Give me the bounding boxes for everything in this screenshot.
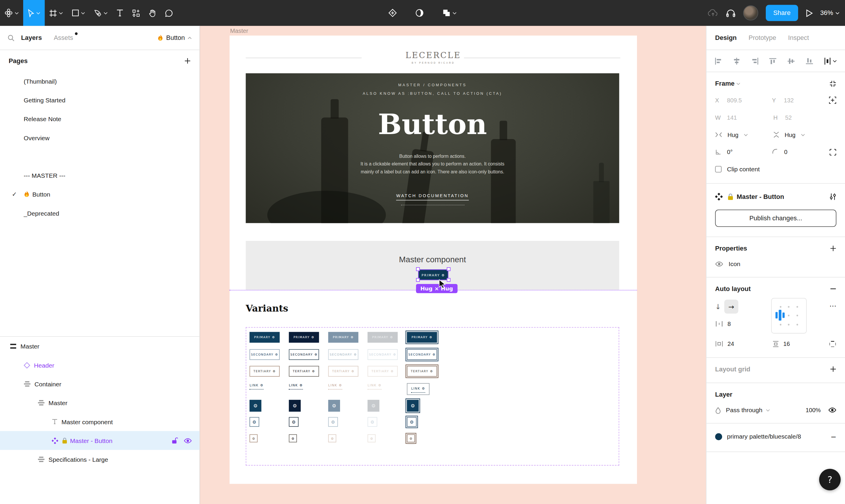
collapse-panel-button[interactable] — [829, 80, 837, 87]
audio-headphones-icon[interactable] — [726, 8, 736, 17]
variant-button-tertiary[interactable]: TERTIARY⚙ — [367, 366, 398, 377]
create-component-button[interactable] — [384, 0, 401, 26]
page-item[interactable]: Getting Started — [0, 91, 199, 109]
variant-button-icon[interactable]: ⚙ — [367, 417, 377, 427]
text-tool[interactable] — [112, 0, 128, 26]
selection-handle[interactable] — [447, 267, 451, 271]
variant-button-primary[interactable]: PRIMARY⚙ — [289, 332, 319, 343]
layer-row-specifications-large[interactable]: Specifications - Large — [0, 450, 199, 469]
y-value[interactable]: 132 — [784, 97, 794, 104]
variant-button-link[interactable]: LINK⚙ — [407, 383, 430, 395]
independent-corners-icon[interactable] — [829, 148, 837, 156]
unlock-icon[interactable] — [172, 437, 178, 444]
variant-button-primary[interactable]: PRIMARY⚙ — [367, 332, 398, 343]
alignment-widget[interactable] — [771, 298, 807, 334]
align-top-icon[interactable] — [769, 57, 777, 65]
tab-design[interactable]: Design — [715, 34, 736, 42]
variant-button-primary[interactable]: PRIMARY⚙ — [249, 332, 280, 343]
layer-opacity-value[interactable]: 100% — [806, 407, 821, 413]
pen-tool[interactable] — [89, 0, 112, 26]
page-selector[interactable]: Button — [158, 34, 192, 42]
w-value[interactable]: 141 — [727, 114, 737, 121]
add-page-button[interactable] — [184, 58, 191, 64]
canvas[interactable]: Master LECERCLE BY PERNOD RICARD — [200, 26, 706, 504]
variant-button-tertiary[interactable]: TERTIARY⚙ — [249, 366, 280, 377]
variant-button-icon[interactable]: ⚙ — [249, 417, 259, 427]
layout-vertical-button[interactable]: ↓ — [715, 303, 721, 311]
resources-tool[interactable] — [128, 0, 144, 26]
layout-horizontal-button[interactable]: → — [724, 300, 738, 313]
layer-row-master-component[interactable]: Master component — [0, 412, 199, 431]
shape-tool[interactable] — [68, 0, 89, 26]
hand-tool[interactable] — [144, 0, 161, 26]
vertical-sizing-value[interactable]: Hug — [785, 131, 795, 138]
watch-documentation-link[interactable]: WATCH DOCUMENTATION — [396, 194, 469, 201]
page-item[interactable]: _Deprecated — [0, 203, 199, 222]
align-horizontal-center-icon[interactable] — [733, 57, 740, 65]
variant-button-link[interactable]: LINK⚙ — [289, 383, 303, 395]
selection-handle[interactable] — [447, 278, 451, 282]
visibility-eye-icon[interactable] — [184, 438, 192, 443]
variant-button-icon[interactable]: ⚙ — [249, 400, 261, 412]
property-icon-label[interactable]: Icon — [729, 261, 740, 267]
variant-button-tertiary[interactable]: TERTIARY⚙ — [289, 366, 319, 377]
variant-button-secondary[interactable]: SECONDARY⚙ — [367, 349, 398, 360]
tab-assets[interactable]: Assets — [54, 34, 73, 42]
variant-button-icon[interactable]: ⚙ — [328, 417, 338, 427]
variant-button-icon[interactable]: ⚙ — [407, 417, 417, 427]
color-swatch[interactable] — [715, 433, 722, 440]
vertical-padding-value[interactable]: 16 — [784, 341, 790, 347]
component-settings-button[interactable] — [829, 193, 837, 201]
page-item[interactable]: Overview — [0, 128, 199, 147]
variant-button-icon[interactable]: ⚙ — [367, 400, 379, 412]
use-as-mask-button[interactable] — [411, 0, 428, 26]
constraints-target-icon[interactable] — [829, 96, 837, 104]
variant-button-icon[interactable]: ⚙ — [289, 434, 297, 443]
master-frame[interactable]: LECERCLE BY PERNOD RICARD MASTER / COMPO… — [230, 36, 637, 484]
variant-button-tertiary[interactable]: TERTIARY⚙ — [328, 366, 359, 377]
remove-auto-layout-button[interactable] — [830, 285, 837, 292]
layer-row-master[interactable]: Master — [0, 393, 199, 412]
tab-inspect[interactable]: Inspect — [788, 34, 809, 42]
variant-button-secondary[interactable]: SECONDARY⚙ — [249, 349, 280, 360]
page-item[interactable]: Release Note — [0, 109, 199, 128]
blend-mode-value[interactable]: Pass through — [726, 407, 762, 413]
remove-color-button[interactable]: − — [831, 432, 837, 440]
variant-button-icon[interactable]: ⚙ — [249, 434, 257, 443]
user-avatar[interactable] — [743, 5, 758, 20]
layer-row-master[interactable]: Master — [0, 337, 199, 356]
variant-button-link[interactable]: LINK⚙ — [328, 383, 342, 395]
variant-button-icon[interactable]: ⚙ — [407, 400, 419, 412]
variant-button-icon[interactable]: ⚙ — [367, 434, 376, 443]
search-icon[interactable] — [7, 34, 15, 41]
share-button[interactable]: Share — [766, 5, 798, 21]
color-style-name[interactable]: primary palette/bluescale/8 — [727, 433, 808, 440]
align-bottom-icon[interactable] — [806, 57, 813, 65]
variant-button-secondary[interactable]: SECONDARY⚙ — [328, 349, 359, 360]
variant-button-icon[interactable]: ⚙ — [289, 400, 301, 412]
variant-button-primary[interactable]: PRIMARY⚙ — [328, 332, 359, 343]
zoom-control[interactable]: 36% — [820, 9, 840, 17]
clip-content-checkbox[interactable] — [715, 166, 721, 173]
frame-section-title[interactable]: Frame — [715, 80, 734, 87]
distribute-menu[interactable] — [824, 57, 837, 65]
variant-button-icon[interactable]: ⚙ — [328, 434, 337, 443]
item-spacing-value[interactable]: 8 — [727, 321, 731, 327]
page-item[interactable]: ✓Button — [0, 185, 199, 203]
variant-button-link[interactable]: LINK⚙ — [249, 383, 264, 395]
align-right-icon[interactable] — [751, 57, 759, 65]
variant-button-secondary[interactable]: SECONDARY⚙ — [289, 349, 319, 360]
add-layout-grid-button[interactable] — [830, 366, 837, 372]
horizontal-sizing-value[interactable]: Hug — [727, 131, 738, 138]
variant-button-icon[interactable]: ⚙ — [289, 417, 299, 427]
rotation-value[interactable]: 0° — [727, 149, 733, 155]
selected-primary-button[interactable]: PRIMARY ⚙ — [418, 269, 448, 280]
align-vertical-center-icon[interactable] — [788, 57, 795, 65]
variant-button-link[interactable]: LINK⚙ — [367, 383, 382, 395]
comment-tool[interactable] — [161, 0, 177, 26]
auto-layout-more-button[interactable]: ⋯ — [829, 298, 837, 314]
align-left-icon[interactable] — [715, 57, 722, 65]
layer-row-header[interactable]: Header — [0, 356, 199, 374]
tab-layers[interactable]: Layers — [21, 34, 42, 42]
horizontal-padding-value[interactable]: 24 — [727, 341, 734, 347]
